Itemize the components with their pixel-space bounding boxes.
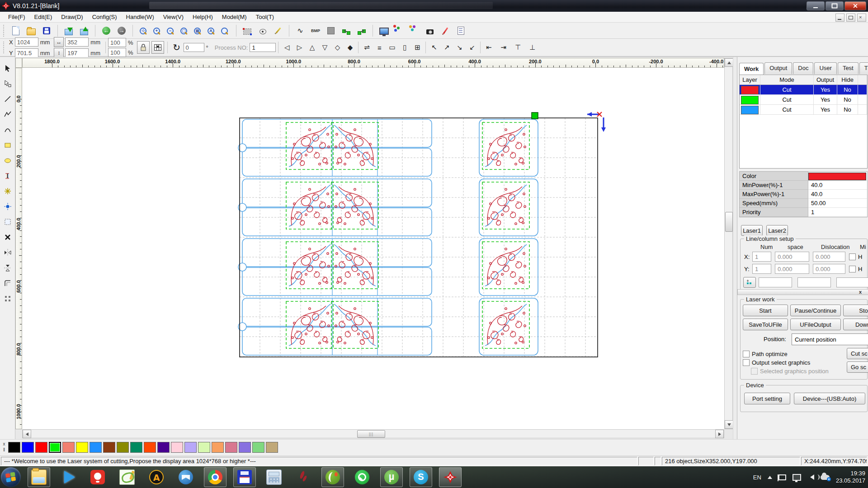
cut-sc-button[interactable]: Cut sc — [847, 348, 868, 359]
process-no-field[interactable]: 1 — [250, 43, 276, 52]
menu-edit[interactable]: Edit(E) — [30, 12, 57, 22]
redo-button[interactable]: → — [115, 24, 128, 38]
distribute-icon-5[interactable]: ◆ — [344, 42, 356, 53]
taskbar-calc-icon[interactable] — [263, 467, 285, 487]
rotate-icon[interactable]: ↻ — [170, 41, 184, 54]
palette-color-13[interactable] — [184, 442, 197, 453]
palette-color-11[interactable] — [157, 442, 170, 453]
checkbox-path-optimize[interactable] — [743, 351, 750, 357]
layer-row[interactable]: CutYesNo — [740, 85, 867, 95]
horizontal-scrollbar[interactable]: ||| — [22, 429, 724, 438]
node-chart-button[interactable] — [355, 24, 368, 38]
zoom-select-button[interactable]: A — [205, 24, 218, 38]
network-icon[interactable] — [793, 474, 801, 481]
taskbar-skype-icon[interactable] — [410, 467, 432, 487]
layer-hide[interactable]: No — [837, 85, 858, 94]
taskbar-flame-icon[interactable] — [292, 467, 315, 487]
position-dropdown[interactable]: Current position — [792, 333, 868, 345]
new-file-button[interactable] — [9, 24, 23, 38]
taskbar-aimp-icon[interactable] — [145, 467, 168, 487]
toolbar-grip[interactable] — [3, 42, 6, 53]
offset-tool[interactable] — [1, 277, 14, 290]
palette-color-3[interactable] — [49, 442, 61, 453]
palette-color-7[interactable] — [103, 442, 115, 453]
size-icon-4[interactable]: ⊞ — [411, 42, 423, 53]
size-icon-1[interactable]: ≡ — [373, 42, 385, 53]
x-dislocation-field[interactable]: 0.000 — [813, 252, 845, 262]
palette-color-10[interactable] — [144, 442, 156, 453]
link-height-icon[interactable]: ↕ — [54, 48, 64, 58]
mdi-restore-button[interactable] — [846, 14, 855, 22]
bestspace-field[interactable] — [759, 277, 792, 287]
layer-row[interactable]: CutYesNo — [740, 95, 867, 105]
tab-work[interactable]: Work — [739, 63, 764, 75]
push-icon-0[interactable]: ⇤ — [483, 42, 495, 53]
scroll-right-button[interactable] — [715, 430, 724, 438]
distribute-icon-0[interactable]: ◁ — [281, 42, 292, 53]
menu-config[interactable]: Config(S) — [88, 12, 122, 22]
push-icon-1[interactable]: ⇥ — [497, 42, 509, 53]
y-position-field[interactable]: 701.5 — [15, 48, 38, 57]
preview-monitor-button[interactable] — [377, 24, 391, 38]
zoom-page-button[interactable]: ▢ — [178, 24, 191, 38]
layer-hide[interactable]: No — [837, 105, 858, 114]
device-select-button[interactable]: Device---(USB:Auto) — [794, 393, 865, 404]
distribute-icon-3[interactable]: ▽ — [319, 42, 330, 53]
array-preview-button[interactable] — [408, 24, 421, 38]
taskbar-floppy-icon[interactable] — [233, 467, 256, 487]
table-layout-button[interactable] — [151, 41, 164, 54]
y-scale-field[interactable]: 100 — [108, 48, 126, 57]
undo-button[interactable]: ← — [99, 24, 113, 38]
array-preview-mini-button[interactable] — [743, 277, 756, 288]
palette-color-16[interactable] — [225, 442, 237, 453]
adjust-field[interactable] — [836, 277, 868, 287]
link-width-icon[interactable]: ↔ — [54, 37, 64, 47]
delete-tool[interactable] — [1, 230, 14, 244]
scroll-left-button[interactable] — [23, 430, 31, 438]
taskbar-utorrent-icon[interactable] — [380, 467, 403, 487]
palette-color-1[interactable] — [22, 442, 34, 453]
lock-ratio-button[interactable] — [137, 41, 150, 54]
prop-value[interactable]: 1 — [808, 208, 867, 217]
distribute-icon-4[interactable]: ◇ — [331, 42, 343, 53]
corner-icon-2[interactable]: ↘ — [453, 42, 465, 53]
curve-smooth-button[interactable]: ∿ — [293, 24, 307, 38]
zoom-all-button[interactable]: ▩ — [191, 24, 205, 38]
checkbox-output-select-graphics[interactable] — [743, 359, 750, 366]
layer-output[interactable]: Yes — [814, 85, 837, 94]
palette-color-18[interactable] — [252, 442, 264, 453]
mirror-checkbox[interactable] — [849, 253, 856, 260]
corner-icon-3[interactable]: ↙ — [466, 42, 478, 53]
toolbar-grip[interactable] — [3, 25, 6, 37]
tab-output[interactable]: Output — [764, 62, 792, 74]
layer-color-value[interactable] — [808, 173, 866, 180]
menu-help[interactable]: Help(H) — [188, 12, 217, 22]
action-center-icon[interactable] — [778, 474, 786, 480]
taskbar-corel-icon[interactable] — [321, 467, 344, 487]
import-image-button[interactable] — [62, 24, 75, 38]
tab-test[interactable]: Test — [838, 62, 859, 74]
start-button[interactable] — [1, 467, 21, 487]
ufileoutput-button[interactable]: UFileOutput — [790, 319, 841, 330]
width-field[interactable]: 352 — [65, 38, 89, 47]
node-edit-tool[interactable] — [1, 77, 14, 90]
layer-output[interactable]: Yes — [814, 95, 837, 104]
open-file-button[interactable] — [24, 24, 38, 38]
menu-model[interactable]: Model(M) — [217, 12, 251, 22]
rotate-angle-field[interactable]: 0 — [184, 43, 204, 52]
select-tool[interactable] — [1, 61, 14, 75]
maximize-button[interactable] — [826, 1, 844, 10]
zoom-view-button[interactable] — [218, 24, 232, 38]
vscroll-thumb[interactable] — [725, 212, 733, 232]
prop-value[interactable]: 40.0 — [808, 190, 867, 199]
menu-view[interactable]: View(V) — [159, 12, 188, 22]
prop-value[interactable]: 50.00 — [808, 199, 867, 208]
tab-user[interactable]: User — [814, 62, 836, 74]
panel-divider[interactable]: x — [737, 289, 868, 295]
palette-color-9[interactable] — [130, 442, 142, 453]
text-tool[interactable]: I — [1, 169, 14, 182]
curve-tool[interactable] — [1, 123, 14, 136]
minimize-button[interactable] — [807, 1, 825, 10]
pen-edit-button[interactable] — [271, 24, 285, 38]
pick-point-button[interactable] — [256, 24, 269, 38]
